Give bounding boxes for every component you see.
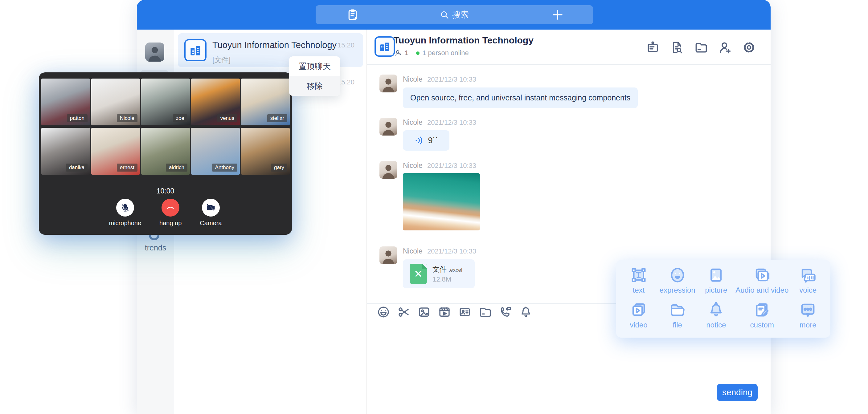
file-folder-icon (669, 301, 686, 318)
message-time: 2021/12/3 10:33 (427, 162, 476, 170)
settings-gear-icon[interactable] (742, 41, 756, 54)
chat-pane: Tuoyun Information Technology 1 1 person… (367, 30, 771, 414)
menu-item-pin-chat[interactable]: 置顶聊天 (289, 56, 340, 76)
emoji-icon[interactable] (377, 306, 390, 319)
message-time: 2021/12/3 10:33 (427, 75, 476, 84)
file-attachment[interactable]: ✕ 文件 .excel 12.8M (403, 259, 475, 288)
sender-avatar[interactable] (379, 247, 397, 264)
participant-tile[interactable]: Anthony (191, 128, 240, 174)
panel-item-label: file (673, 321, 682, 329)
sender-name: Nicole (403, 161, 423, 170)
search-placeholder[interactable]: 搜索 (452, 9, 469, 20)
participant-tile[interactable]: venus (191, 78, 240, 125)
contact-card-icon[interactable] (458, 306, 471, 319)
participant-tile[interactable]: stellar (241, 78, 290, 125)
panel-item-file[interactable]: file (658, 301, 697, 335)
my-avatar[interactable] (145, 42, 164, 62)
trends-label[interactable]: trends (137, 243, 174, 252)
send-button[interactable]: sending (717, 384, 758, 401)
muted-microphone-icon (121, 203, 130, 212)
participant-name: ernest (117, 164, 137, 171)
hang-up-label: hang up (159, 220, 182, 227)
panel-item-expression[interactable]: expression (658, 267, 697, 300)
text-bubble[interactable]: Open source, free, and universal instant… (403, 88, 638, 108)
announcement-icon[interactable] (646, 41, 660, 54)
panel-item-notice[interactable]: notice (696, 301, 736, 335)
screenshot-scissors-icon[interactable] (397, 306, 410, 319)
participant-tile[interactable]: gary (241, 128, 290, 174)
sender-avatar[interactable] (379, 118, 397, 135)
group-building-icon (374, 36, 395, 57)
more-icon (800, 301, 816, 318)
online-status: 1 person online (422, 49, 468, 57)
participant-tile[interactable]: danika (41, 128, 90, 174)
notification-bell-icon[interactable] (519, 306, 532, 319)
file-size: 12.8M (432, 276, 451, 283)
call-timer: 10:00 (39, 187, 292, 195)
video-call-icon[interactable] (499, 306, 512, 319)
panel-item-label: notice (706, 321, 726, 329)
camera-toggle-button[interactable] (202, 199, 220, 217)
top-bar: 搜索 (137, 0, 771, 30)
chat-header: Tuoyun Information Technology 1 1 person… (367, 30, 771, 65)
file-name: 文件 (432, 265, 447, 273)
panel-item-text[interactable]: text (619, 267, 658, 300)
participant-name: aldrich (166, 164, 187, 171)
sender-name: Nicole (403, 75, 423, 84)
panel-item-label: picture (705, 286, 727, 294)
voice-icon (800, 267, 816, 283)
microphone-mute-button[interactable] (116, 199, 134, 217)
add-icon[interactable] (552, 9, 564, 21)
sender-name: Nicole (403, 118, 423, 127)
online-dot (416, 52, 420, 55)
send-image-icon[interactable] (418, 306, 431, 319)
message-time: 2021/12/3 10:33 (427, 119, 476, 127)
participant-name: patton (67, 114, 88, 122)
file-extension: .excel (448, 267, 462, 273)
panel-item-voice[interactable]: voice (788, 267, 827, 300)
voice-bubble[interactable]: 9`` (403, 130, 450, 151)
panel-item-video[interactable]: video (619, 301, 658, 335)
panel-item-more[interactable]: more (788, 301, 827, 335)
call-controls: microphone hang up Camera (39, 199, 292, 227)
panel-item-label: more (800, 321, 816, 329)
search-bar[interactable]: 搜索 (316, 5, 593, 24)
image-attachment-beach[interactable] (403, 173, 480, 230)
menu-item-remove[interactable]: 移除 (289, 76, 340, 96)
panel-item-audio-video[interactable]: Audio and video (736, 267, 788, 300)
panel-item-custom[interactable]: custom (736, 301, 788, 335)
members-icon (395, 49, 402, 57)
panel-item-label: voice (799, 286, 816, 294)
conversation-time: 15:20 (338, 41, 354, 49)
files-icon[interactable] (694, 41, 708, 54)
chat-title: Tuoyun Information Technology (394, 35, 533, 45)
search-history-icon[interactable] (670, 41, 684, 54)
add-member-icon[interactable] (718, 41, 732, 54)
hang-up-icon (166, 203, 175, 212)
send-video-icon[interactable] (438, 306, 451, 319)
group-building-icon (184, 39, 207, 61)
sender-avatar[interactable] (379, 161, 397, 179)
participant-tile[interactable]: aldrich (141, 128, 190, 174)
panel-item-picture[interactable]: picture (696, 267, 736, 300)
search-icon (440, 10, 449, 20)
participant-tile[interactable]: patton (41, 78, 90, 125)
participant-name: Anthony (212, 164, 237, 171)
send-file-icon[interactable] (479, 306, 492, 319)
sender-avatar[interactable] (379, 74, 397, 92)
panel-item-label: expression (660, 286, 695, 294)
participant-tile[interactable]: Nicole (91, 78, 140, 125)
participant-name: venus (217, 114, 237, 122)
muted-camera-icon (206, 203, 215, 212)
hang-up-button[interactable] (161, 199, 179, 217)
composer-toolbar (377, 306, 532, 319)
conversation-last-message: [文件] (212, 55, 230, 65)
participant-tile[interactable]: ernest (91, 128, 140, 174)
member-count: 1 (405, 49, 408, 57)
panel-item-label: Audio and video (736, 286, 788, 294)
conversation-title: Tuoyun Information Technology (212, 40, 337, 50)
participant-name: zoe (173, 114, 187, 122)
notice-bell-icon (708, 301, 724, 318)
participant-tile[interactable]: zoe (141, 78, 190, 125)
audio-video-icon (754, 267, 770, 283)
